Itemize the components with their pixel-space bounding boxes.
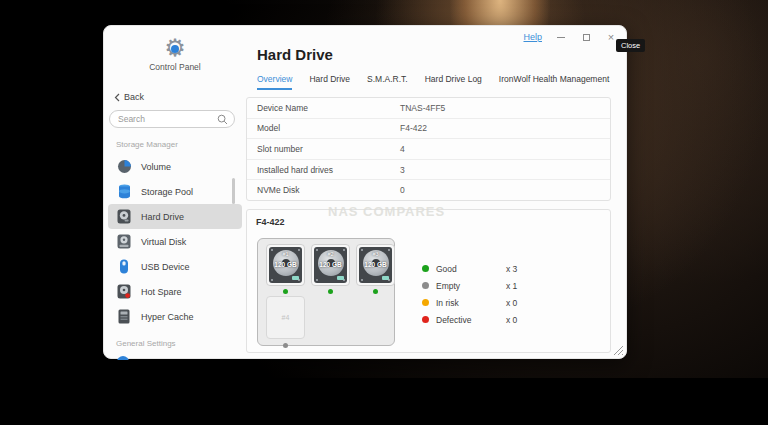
table-row: Installed hard drives 3 bbox=[247, 160, 610, 181]
drive-bay-enclosure: #1 120 GB #2 120 GB bbox=[257, 238, 395, 346]
sidebar: ⚙ Control Panel Back Storage Manager Vol… bbox=[104, 26, 246, 360]
bay-status-dot bbox=[373, 289, 378, 294]
hyper-cache-icon bbox=[116, 309, 132, 325]
back-button[interactable]: Back bbox=[114, 89, 144, 105]
usb-device-icon bbox=[116, 259, 132, 275]
drive-led bbox=[382, 276, 389, 280]
row-label: Device Name bbox=[257, 103, 400, 113]
hard-drive-icon bbox=[116, 209, 132, 225]
enclosure-panel: F4-422 #1 120 GB #2 bbox=[246, 209, 611, 353]
legend-row-in-risk: In risk x 0 bbox=[422, 294, 517, 311]
hdd-graphic: #2 120 GB bbox=[314, 247, 347, 283]
gear-icon: ⚙ bbox=[164, 36, 186, 60]
sidebar-scrollbar[interactable] bbox=[232, 178, 235, 204]
legend-label: Empty bbox=[436, 281, 506, 291]
legend-count: x 3 bbox=[506, 264, 517, 274]
page-title: Hard Drive bbox=[257, 46, 333, 63]
sidebar-item-hyper-cache[interactable]: Hyper Cache bbox=[108, 304, 242, 329]
legend-label: Good bbox=[436, 264, 506, 274]
resize-grip[interactable] bbox=[610, 342, 624, 356]
row-label: Installed hard drives bbox=[257, 165, 400, 175]
legend-label: Defective bbox=[436, 315, 506, 325]
sidebar-item-label: Hyper Cache bbox=[141, 312, 194, 322]
drive-led bbox=[292, 276, 299, 280]
tab-hard-drive[interactable]: Hard Drive bbox=[309, 74, 350, 90]
bay-slot-number: #2 bbox=[314, 251, 347, 257]
control-panel-window: Help × Close ⚙ Control Panel Back Storag… bbox=[103, 25, 627, 359]
table-row: NVMe Disk 0 bbox=[247, 180, 610, 200]
defective-status-icon bbox=[422, 316, 429, 323]
bay-status-dot bbox=[283, 343, 288, 348]
drive-bay-2[interactable]: #2 120 GB bbox=[311, 244, 350, 286]
bay-capacity: 120 GB bbox=[314, 261, 347, 268]
back-label: Back bbox=[124, 92, 144, 102]
row-value: F4-422 bbox=[400, 123, 427, 133]
sidebar-item-label: Virtual Disk bbox=[141, 237, 186, 247]
bay-capacity: 120 GB bbox=[269, 261, 302, 268]
tab-bar: Overview Hard Drive S.M.A.R.T. Hard Driv… bbox=[257, 74, 609, 90]
section-storage-manager: Storage Manager bbox=[116, 140, 178, 149]
hdd-graphic: #3 120 GB bbox=[359, 247, 392, 283]
tab-hard-drive-log[interactable]: Hard Drive Log bbox=[425, 74, 482, 90]
enclosure-model-label: F4-422 bbox=[256, 217, 285, 227]
search-input[interactable] bbox=[118, 114, 217, 124]
row-value: 4 bbox=[400, 144, 405, 154]
sidebar-item-usb-device[interactable]: USB Device bbox=[108, 254, 242, 279]
bay-slot-number: #4 bbox=[282, 314, 290, 321]
search-box[interactable] bbox=[109, 110, 235, 128]
legend-label: In risk bbox=[436, 298, 506, 308]
control-panel-header: ⚙ Control Panel bbox=[104, 36, 246, 72]
tab-smart[interactable]: S.M.A.R.T. bbox=[367, 74, 408, 90]
sidebar-item-label: Storage Pool bbox=[141, 187, 193, 197]
row-value: 0 bbox=[400, 185, 405, 195]
row-label: Model bbox=[257, 123, 400, 133]
virtual-disk-icon bbox=[116, 234, 132, 250]
status-legend: Good x 3 Empty x 1 In risk x 0 bbox=[422, 260, 517, 328]
drive-bay-3[interactable]: #3 120 GB bbox=[356, 244, 395, 286]
hot-spare-icon bbox=[116, 284, 132, 300]
storage-pool-icon bbox=[116, 184, 132, 200]
table-row: Slot number 4 bbox=[247, 139, 610, 160]
row-label: NVMe Disk bbox=[257, 185, 400, 195]
drive-bay-1[interactable]: #1 120 GB bbox=[266, 244, 305, 286]
legend-count: x 0 bbox=[506, 315, 517, 325]
clipped-sidebar-icon bbox=[117, 356, 129, 360]
empty-status-icon bbox=[422, 282, 429, 289]
sidebar-item-hot-spare[interactable]: Hot Spare bbox=[108, 279, 242, 304]
legend-row-empty: Empty x 1 bbox=[422, 277, 517, 294]
sidebar-item-label: Volume bbox=[141, 162, 171, 172]
sidebar-item-volume[interactable]: Volume bbox=[108, 154, 242, 179]
in-risk-status-icon bbox=[422, 299, 429, 306]
sidebar-item-label: Hot Spare bbox=[141, 287, 182, 297]
sidebar-items: Volume Storage Pool Hard Drive bbox=[108, 154, 242, 329]
row-value: TNAS-4FF5 bbox=[400, 103, 445, 113]
bay-status-dot bbox=[328, 289, 333, 294]
chevron-left-icon bbox=[114, 93, 120, 102]
device-info-table: Device Name TNAS-4FF5 Model F4-422 Slot … bbox=[246, 97, 611, 201]
bay-slot-number: #1 bbox=[269, 251, 302, 257]
drive-bay-4-empty[interactable]: #4 bbox=[266, 296, 305, 339]
row-label: Slot number bbox=[257, 144, 400, 154]
hdd-graphic: #1 120 GB bbox=[269, 247, 302, 283]
section-general-settings: General Settings bbox=[116, 339, 176, 348]
table-row: Model F4-422 bbox=[247, 119, 610, 140]
control-panel-label: Control Panel bbox=[104, 62, 246, 72]
good-status-icon bbox=[422, 265, 429, 272]
main-content: Hard Drive Overview Hard Drive S.M.A.R.T… bbox=[246, 26, 626, 358]
bay-slot-number: #3 bbox=[359, 251, 392, 257]
search-icon bbox=[217, 114, 228, 125]
sidebar-item-label: Hard Drive bbox=[141, 212, 184, 222]
sidebar-item-virtual-disk[interactable]: Virtual Disk bbox=[108, 229, 242, 254]
sidebar-item-hard-drive[interactable]: Hard Drive bbox=[108, 204, 242, 229]
sidebar-item-label: USB Device bbox=[141, 262, 190, 272]
tab-ironwolf[interactable]: IronWolf Health Management bbox=[499, 74, 609, 90]
volume-icon bbox=[116, 159, 132, 175]
tab-overview[interactable]: Overview bbox=[257, 74, 292, 90]
legend-row-good: Good x 3 bbox=[422, 260, 517, 277]
drive-led bbox=[337, 276, 344, 280]
sidebar-item-storage-pool[interactable]: Storage Pool bbox=[108, 179, 242, 204]
legend-row-defective: Defective x 0 bbox=[422, 311, 517, 328]
row-value: 3 bbox=[400, 165, 405, 175]
legend-count: x 1 bbox=[506, 281, 517, 291]
table-row: Device Name TNAS-4FF5 bbox=[247, 98, 610, 119]
